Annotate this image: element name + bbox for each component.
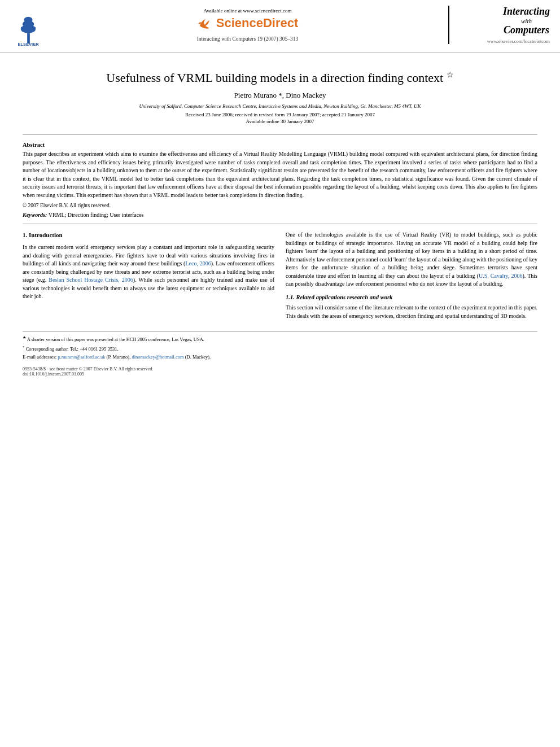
- journal-title-box: Interacting with Computers: [503, 6, 550, 36]
- abstract-heading: Abstract: [23, 142, 537, 148]
- available-online-date: Available online 30 January 2007: [23, 119, 537, 124]
- svg-point-5: [21, 27, 23, 29]
- footnote-star: ★ A shorter version of this paper was pr…: [23, 335, 537, 343]
- paper-title-section: Usefulness of VRML building models in a …: [23, 70, 537, 135]
- section1-right-para1: One of the technologies available is the…: [286, 231, 537, 289]
- journal-url: www.elsevier.com/locate/intcom: [487, 38, 550, 44]
- left-column: 1. Introduction In the current modern wo…: [23, 231, 274, 324]
- doi-line: doi:10.1016/j.intcom.2007.01.005: [23, 372, 537, 377]
- svg-point-8: [32, 23, 34, 24]
- section11-heading: 1.1. Related applications research and w…: [286, 293, 537, 302]
- journal-title-line2: with: [503, 18, 550, 24]
- header-center: Available online at www.sciencedirect.co…: [197, 6, 299, 42]
- footnote-corresponding: * Corresponding author. Tel.: +44 0161 2…: [23, 345, 537, 353]
- section1-heading: 1. Introduction: [23, 231, 274, 240]
- abstract-text: This paper describes an experiment which…: [23, 150, 537, 199]
- keywords: Keywords: VRML; Direction finding; User …: [23, 212, 537, 218]
- leco-link[interactable]: Leco, 2006: [185, 260, 211, 267]
- copyright: © 2007 Elsevier B.V. All rights reserved…: [23, 203, 537, 208]
- email2-name: D. Mackey: [187, 354, 208, 360]
- svg-point-7: [23, 23, 24, 24]
- uscavalry-link[interactable]: U.S. Cavalry, 2006: [479, 273, 523, 279]
- journal-title-area: Interacting with Computers www.elsevier.…: [448, 6, 550, 44]
- email2-link[interactable]: dinomackey@hotmail.com: [132, 354, 183, 360]
- keywords-label: Keywords:: [23, 212, 47, 218]
- section1-para1: In the current modern world emergency se…: [23, 243, 274, 301]
- available-online-text: Available online at www.sciencedirect.co…: [204, 8, 292, 14]
- elsevier-logo: ELSEVIER: [10, 6, 47, 48]
- sciencedirect-icon: [197, 16, 214, 30]
- issn-line: 0953-5438/$ - see front matter © 2007 El…: [23, 366, 537, 372]
- title-star: ☆: [447, 71, 454, 79]
- paper-title: Usefulness of VRML building models in a …: [23, 70, 537, 85]
- main-content: Usefulness of VRML building models in a …: [0, 53, 560, 388]
- authors: Pietro Murano *, Dino Mackey: [23, 91, 537, 100]
- section-divider: [23, 224, 537, 224]
- affiliation: University of Salford, Computer Science …: [23, 103, 537, 109]
- right-column: One of the technologies available is the…: [286, 231, 537, 324]
- svg-text:ELSEVIER: ELSEVIER: [18, 42, 39, 47]
- page-header: ELSEVIER Available online at www.science…: [0, 0, 560, 53]
- journal-title-line3: Computers: [503, 24, 550, 36]
- keywords-values: VRML; Direction finding; User interfaces: [49, 212, 144, 218]
- email1-name: P. Murano: [108, 354, 128, 360]
- footnotes-section: ★ A shorter version of this paper was pr…: [23, 331, 537, 361]
- journal-title-line1: Interacting: [503, 6, 550, 18]
- footnote-email: E-mail addresses: p.murano@salford.ac.uk…: [23, 354, 537, 361]
- email1-link[interactable]: p.murano@salford.ac.uk: [58, 354, 105, 360]
- bottom-bar: 0953-5438/$ - see front matter © 2007 El…: [23, 366, 537, 377]
- journal-info-text: Interacting with Computers 19 (2007) 305…: [197, 36, 299, 42]
- beslan-link[interactable]: Beslan School Hostage Crisis, 2006: [49, 277, 133, 283]
- svg-point-6: [33, 27, 36, 29]
- abstract-section: Abstract This paper describes an experim…: [23, 142, 537, 218]
- section11-para1: This section will consider some of the l…: [286, 304, 537, 320]
- two-column-body: 1. Introduction In the current modern wo…: [23, 231, 537, 324]
- email-label: E-mail addresses:: [23, 354, 56, 360]
- sciencedirect-label: ScienceDirect: [216, 16, 299, 30]
- svg-point-4: [24, 17, 33, 23]
- sciencedirect-logo: ScienceDirect: [197, 16, 299, 30]
- elsevier-logo-area: ELSEVIER: [10, 6, 47, 48]
- received-dates: Received 23 June 2006; received in revis…: [23, 112, 537, 117]
